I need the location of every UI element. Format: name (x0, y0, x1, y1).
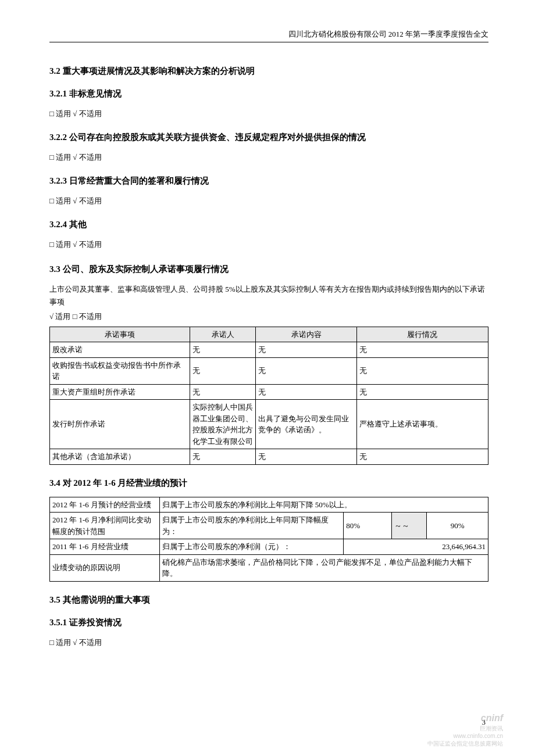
cell: 无 (356, 449, 488, 465)
cell: 收购报告书或权益变动报告书中所作承诺 (50, 357, 190, 384)
cell: 无 (356, 384, 488, 400)
cell: 归属于上市公司股东的净利润（元）： (159, 539, 344, 555)
cell: 无 (256, 357, 356, 384)
cell: 2011 年 1-6 月经营业绩 (50, 539, 160, 555)
th-content: 承诺内容 (256, 327, 356, 342)
apply-text: □ 适用 √ 不适用 (49, 108, 488, 120)
cell: 其他承诺（含追加承诺） (50, 449, 190, 465)
apply-text: □ 适用 √ 不适用 (49, 636, 488, 649)
forecast-table: 2012 年 1-6 月预计的经营业绩 归属于上市公司股东的净利润比上年同期下降… (49, 497, 488, 582)
table-row: 2011 年 1-6 月经营业绩 归属于上市公司股东的净利润（元）： 23,64… (50, 539, 488, 555)
apply-text: √ 适用 □ 不适用 (49, 310, 488, 323)
th-item: 承诺事项 (50, 327, 190, 342)
cell: 实际控制人中国兵器工业集团公司、控股股东泸州北方化学工业有限公司 (190, 400, 256, 449)
cell: 发行时所作承诺 (50, 400, 190, 449)
cell: 80% (344, 513, 392, 539)
th-person: 承诺人 (190, 327, 256, 342)
apply-text: □ 适用 √ 不适用 (49, 151, 488, 164)
cell: 无 (356, 357, 488, 384)
table-row: 重大资产重组时所作承诺 无 无 无 (50, 384, 488, 400)
heading-3-2-2: 3.2.2 公司存在向控股股东或其关联方提供资金、违反规定程序对外提供担保的情况 (49, 132, 488, 143)
cell: 股改承诺 (50, 342, 190, 358)
cell: ～～ (392, 513, 427, 539)
watermark-url: www.cninfo.com.cn (427, 732, 503, 740)
watermark-desc: 中国证监会指定信息披露网站 (427, 740, 503, 747)
heading-3-5-1: 3.5.1 证券投资情况 (49, 617, 488, 628)
cell: 2012 年 1-6 月预计的经营业绩 (50, 497, 160, 513)
cell: 严格遵守上述承诺事项。 (356, 400, 488, 449)
heading-3-2-1: 3.2.1 非标意见情况 (49, 88, 488, 99)
table-row: 股改承诺 无 无 无 (50, 342, 488, 358)
heading-3-2-3: 3.2.3 日常经营重大合同的签署和履行情况 (49, 175, 488, 187)
apply-text: □ 适用 √ 不适用 (49, 195, 488, 207)
heading-3-4: 3.4 对 2012 年 1-6 月经营业绩的预计 (49, 478, 488, 489)
heading-3-5: 3.5 其他需说明的重大事项 (49, 594, 488, 605)
cell: 业绩变动的原因说明 (50, 554, 160, 581)
heading-3-2: 3.2 重大事项进展情况及其影响和解决方案的分析说明 (49, 66, 488, 77)
table-row: 2012 年 1-6 月净利润同比变动幅度的预计范围 归属于上市公司股东的净利润… (50, 513, 488, 539)
cell: 硝化棉产品市场需求萎缩，产品价格同比下降，公司产能发挥不足，单位产品盈利能力大幅… (159, 554, 488, 581)
watermark-brand: cninf (427, 712, 503, 725)
cell: 无 (190, 357, 256, 384)
table-row: 2012 年 1-6 月预计的经营业绩 归属于上市公司股东的净利润比上年同期下降… (50, 497, 488, 513)
commitment-table: 承诺事项 承诺人 承诺内容 履行情况 股改承诺 无 无 无 收购报告书或权益变动… (49, 327, 488, 465)
cell: 重大资产重组时所作承诺 (50, 384, 190, 400)
cell: 无 (356, 342, 488, 358)
watermark-text: 巨潮资讯 (427, 725, 503, 732)
th-status: 履行情况 (356, 327, 488, 342)
watermark-logo: cninf 巨潮资讯 www.cninfo.com.cn 中国证监会指定信息披露… (427, 712, 503, 747)
cell: 无 (190, 342, 256, 358)
cell: 归属于上市公司股东的净利润比上年同期下降幅度为： (159, 513, 344, 539)
cell: 无 (190, 449, 256, 465)
cell: 出具了避免与公司发生同业竞争的《承诺函》。 (256, 400, 356, 449)
heading-3-3: 3.3 公司、股东及实际控制人承诺事项履行情况 (49, 264, 488, 275)
table-row: 收购报告书或权益变动报告书中所作承诺 无 无 无 (50, 357, 488, 384)
cell: 无 (256, 384, 356, 400)
cell: 无 (256, 342, 356, 358)
table-row: 发行时所作承诺 实际控制人中国兵器工业集团公司、控股股东泸州北方化学工业有限公司… (50, 400, 488, 449)
cell: 90% (427, 513, 488, 539)
cell: 无 (190, 384, 256, 400)
heading-3-2-4: 3.2.4 其他 (49, 219, 488, 230)
table-row: 其他承诺（含追加承诺） 无 无 无 (50, 449, 488, 465)
apply-text: □ 适用 √ 不适用 (49, 238, 488, 251)
cell: 2012 年 1-6 月净利润同比变动幅度的预计范围 (50, 513, 160, 539)
doc-header: 四川北方硝化棉股份有限公司 2012 年第一季度季度报告全文 (49, 29, 488, 42)
table-row: 业绩变动的原因说明 硝化棉产品市场需求萎缩，产品价格同比下降，公司产能发挥不足，… (50, 554, 488, 581)
cell: 归属于上市公司股东的净利润比上年同期下降 50%以上。 (159, 497, 488, 513)
section-intro: 上市公司及其董事、监事和高级管理人员、公司持股 5%以上股东及其实际控制人等有关… (49, 283, 488, 309)
cell: 23,646,964.31 (344, 539, 488, 555)
cell: 无 (256, 449, 356, 465)
